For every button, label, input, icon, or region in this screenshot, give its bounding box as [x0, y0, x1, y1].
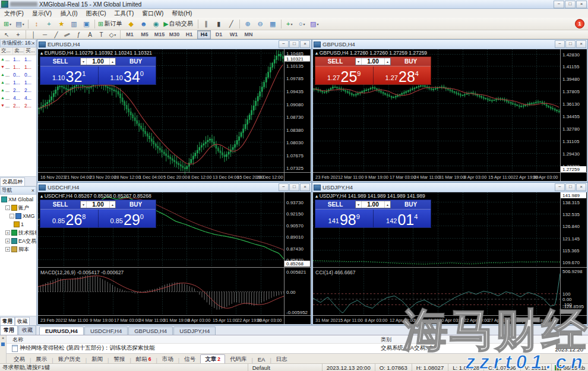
- timeframe-mn[interactable]: MN: [242, 30, 255, 39]
- timeframe-m30[interactable]: M30: [167, 30, 181, 39]
- chart-restore-button[interactable]: □: [565, 40, 576, 48]
- market-watch-column[interactable]: 交...: [0, 47, 13, 55]
- terminal-icon[interactable]: ▥: [68, 18, 80, 30]
- chart-minimize-button[interactable]: −: [279, 40, 289, 48]
- zoom-out-icon[interactable]: ⊖: [255, 18, 266, 30]
- sell-button[interactable]: SELL: [315, 200, 355, 209]
- navigator-icon[interactable]: ★: [56, 18, 67, 30]
- volume-input[interactable]: 1.00: [362, 201, 384, 208]
- maximize-button[interactable]: □: [565, 1, 576, 8]
- volume-decrease[interactable]: ▾: [356, 201, 362, 208]
- menu-工具T[interactable]: 工具(T): [110, 9, 138, 18]
- volume-input[interactable]: 1.00: [87, 58, 109, 65]
- buy-price[interactable]: 142014: [374, 210, 431, 227]
- tab-symbols[interactable]: 交易品种: [0, 177, 25, 186]
- volume-increase[interactable]: ▴: [109, 201, 115, 208]
- data-window-icon[interactable]: +: [43, 18, 55, 30]
- buy-button[interactable]: BUY: [391, 57, 431, 66]
- tree-expand-icon[interactable]: -: [5, 205, 10, 210]
- strategy-tester-icon[interactable]: ▣: [81, 18, 92, 30]
- market-watch-icon[interactable]: ↕: [31, 18, 42, 30]
- market-watch-row[interactable]: ▼...1...1...: [0, 63, 36, 71]
- tree-expand-icon[interactable]: -: [10, 214, 14, 218]
- chart-window-titlebar[interactable]: USDCHF,H4−□×: [37, 183, 311, 192]
- vertical-line-icon[interactable]: │: [29, 30, 39, 39]
- bar-chart-icon[interactable]: ∥: [201, 18, 212, 30]
- terminal-tab-日志[interactable]: 日志: [271, 354, 292, 363]
- new-order-button[interactable]: ⊞新订单: [97, 18, 124, 30]
- chart-window-titlebar[interactable]: GBPUSD,H4−□×: [312, 40, 587, 49]
- chart-tab-gbpusd[interactable]: GBPUSD,H4: [128, 326, 173, 335]
- line-chart-icon[interactable]: ╱: [226, 18, 237, 30]
- sell-price[interactable]: 0.85268: [40, 210, 98, 227]
- channel-icon[interactable]: ∥: [62, 30, 72, 39]
- terminal-tab-交易[interactable]: 交易: [9, 354, 30, 363]
- volume-decrease[interactable]: ▾: [81, 58, 87, 65]
- chart-restore-button[interactable]: □: [565, 183, 576, 191]
- zoom-in-icon[interactable]: ⊕: [242, 18, 254, 30]
- terminal-tab-邮箱[interactable]: 邮箱6: [131, 354, 156, 363]
- volume-increase[interactable]: ▴: [109, 58, 115, 65]
- status-profile[interactable]: Default: [248, 364, 323, 371]
- menu-帮助H[interactable]: 帮助(H): [167, 9, 196, 18]
- chart-tab-eurusd[interactable]: EURUSD,H4: [39, 326, 84, 335]
- timeframe-m1[interactable]: M1: [123, 30, 137, 39]
- terminal-tab-警报[interactable]: 警报: [109, 354, 129, 363]
- market-watch-row[interactable]: ▼...2...2...: [0, 102, 36, 109]
- sidebar-tab-common[interactable]: 常用: [0, 325, 18, 335]
- buy-price[interactable]: 1.27284: [374, 66, 431, 84]
- chart-window-titlebar[interactable]: EURUSD,H4−□×: [37, 40, 311, 49]
- cursor-icon[interactable]: ↖: [2, 30, 12, 39]
- timeframe-h4[interactable]: H4: [197, 30, 211, 39]
- terminal-pin-icon[interactable]: [1, 343, 5, 346]
- article-row[interactable]: 神经网络变得轻松 (第四十五部分)：训练状态探索技能 交易系统, EA交易, 专…: [7, 344, 588, 353]
- market-watch-row[interactable]: ▲...4...4...: [0, 94, 36, 102]
- navigator-item-1[interactable]: 1: [0, 220, 36, 229]
- timeframe-m5[interactable]: M5: [138, 30, 151, 39]
- chart-canvas[interactable]: 0.937300.921500.905700.890100.874300.858…: [38, 192, 311, 324]
- chart-close-button[interactable]: ×: [576, 40, 586, 48]
- article-title[interactable]: 神经网络变得轻松 (第四十五部分)：训练状态探索技能: [20, 344, 154, 352]
- chart-restore-button[interactable]: □: [289, 183, 299, 191]
- chart-restore-button[interactable]: □: [289, 40, 299, 48]
- community-icon[interactable]: ☻: [138, 18, 149, 30]
- column-category[interactable]: 类别: [381, 336, 391, 344]
- navigator-tab-common[interactable]: 常用: [0, 317, 15, 325]
- indicators-icon[interactable]: +▾: [284, 18, 295, 30]
- chart-close-button[interactable]: ×: [576, 183, 586, 191]
- volume-input[interactable]: 1.00: [87, 201, 109, 208]
- navigator-item-xm-global[interactable]: XM Global: [0, 195, 36, 204]
- market-watch-column[interactable]: 卖...: [13, 47, 24, 55]
- column-name[interactable]: 名称: [12, 336, 23, 344]
- sell-price[interactable]: 1.27259: [315, 66, 373, 84]
- tile-windows-icon[interactable]: ▦: [267, 18, 279, 30]
- chart-close-button[interactable]: ×: [300, 40, 310, 48]
- candlestick-chart-icon[interactable]: ▮: [213, 18, 225, 30]
- menu-文件F[interactable]: 文件(F): [0, 9, 28, 18]
- notifications-bell[interactable]: 1: [575, 19, 584, 28]
- sell-button[interactable]: SELL: [315, 57, 355, 66]
- profiles-icon[interactable]: ▤▾: [14, 18, 26, 30]
- chart-tab-usdchf[interactable]: USDCHF,H4: [84, 326, 128, 335]
- chart-minimize-button[interactable]: −: [555, 40, 565, 48]
- tree-expand-icon[interactable]: +: [5, 239, 10, 243]
- terminal-tab-展示[interactable]: 展示: [31, 354, 52, 363]
- chart-close-button[interactable]: ×: [300, 183, 310, 191]
- navigator-item-技术指标[interactable]: +技术指标: [0, 229, 36, 237]
- close-button[interactable]: ×: [576, 1, 587, 8]
- label-icon[interactable]: T: [96, 30, 106, 39]
- sell-button[interactable]: SELL: [40, 57, 80, 66]
- market-watch-row[interactable]: ▲...1...1...: [0, 55, 36, 63]
- terminal-tab-新闻[interactable]: 新闻: [87, 354, 108, 363]
- sell-button[interactable]: SELL: [40, 200, 80, 209]
- chart-minimize-button[interactable]: −: [555, 183, 565, 191]
- timeframe-m15[interactable]: M15: [153, 30, 166, 39]
- terminal-tab-信号[interactable]: 信号: [179, 354, 200, 363]
- chart-canvas[interactable]: 1.104851.101351.097851.094351.090801.087…: [38, 49, 311, 181]
- chart-canvas[interactable]: 138.315132.535126.840121.145115.365109.6…: [313, 192, 587, 324]
- new-chart-icon[interactable]: ⊞▾: [2, 18, 13, 30]
- navigator-close-icon[interactable]: ×: [31, 188, 34, 194]
- timeframe-d1[interactable]: D1: [212, 30, 226, 39]
- timeframe-w1[interactable]: W1: [227, 30, 241, 39]
- chart-canvas[interactable]: 1.428301.411551.394801.378051.361301.344…: [313, 49, 587, 181]
